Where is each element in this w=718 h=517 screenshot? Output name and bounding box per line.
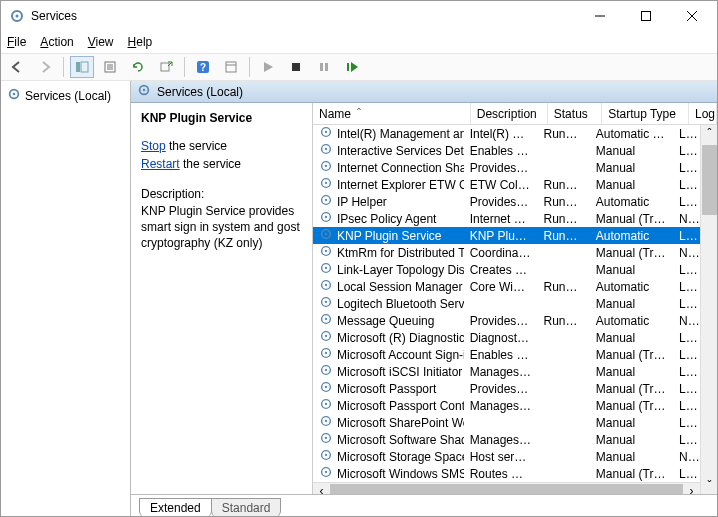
table-row[interactable]: Internet Connection Sharin...Provides ne… (313, 159, 700, 176)
scroll-right-icon[interactable]: › (683, 483, 700, 495)
table-row[interactable]: Microsoft iSCSI Initiator Ser...Manages … (313, 363, 700, 380)
table-row[interactable]: Internet Explorer ETW Colle...ETW Collec… (313, 176, 700, 193)
svg-point-1 (16, 15, 19, 18)
column-startup[interactable]: Startup Type (602, 103, 689, 124)
service-name: Microsoft (R) Diagnostics H... (337, 331, 464, 345)
gear-icon (319, 295, 333, 312)
service-description: Provides a ... (464, 314, 538, 328)
svg-point-63 (325, 420, 327, 422)
table-row[interactable]: Microsoft Passport ContainerManages lo..… (313, 397, 700, 414)
vertical-scrollbar[interactable]: ˆ ˇ (700, 125, 717, 494)
show-hide-tree-button[interactable] (70, 56, 94, 78)
gear-icon (319, 159, 333, 176)
service-status: Running (538, 229, 590, 243)
service-description: Manages In... (464, 365, 538, 379)
tab-standard[interactable]: Standard (211, 498, 282, 517)
svg-point-33 (325, 165, 327, 167)
table-row[interactable]: Microsoft SharePoint Works...ManualLoc (313, 414, 700, 431)
table-row[interactable]: Intel(R) Management and S...Intel(R) Ma.… (313, 125, 700, 142)
service-logon: Net (673, 450, 700, 464)
column-description[interactable]: Description (471, 103, 548, 124)
service-description: ETW Collect... (464, 178, 538, 192)
gear-icon (319, 278, 333, 295)
gear-icon (319, 227, 333, 244)
service-description: KNP Plugin ... (464, 229, 538, 243)
start-service-button[interactable] (256, 56, 280, 78)
maximize-button[interactable] (623, 1, 669, 31)
table-row[interactable]: IPsec Policy AgentInternet Pro...Running… (313, 210, 700, 227)
service-startup: Manual (Trig... (590, 467, 673, 481)
svg-point-59 (325, 386, 327, 388)
table-row[interactable]: Logitech Bluetooth ServiceManualLoc (313, 295, 700, 312)
table-row[interactable]: Microsoft PassportProvides pr...Manual (… (313, 380, 700, 397)
export-button[interactable] (154, 56, 178, 78)
pane-header-title: Services (Local) (157, 85, 243, 99)
service-description: Manages so... (464, 433, 538, 447)
column-logon[interactable]: Log (689, 103, 717, 124)
horizontal-scrollbar[interactable]: ‹ › (313, 482, 700, 494)
toolbar-props-icon[interactable] (219, 56, 243, 78)
scroll-up-icon[interactable]: ˆ (701, 125, 717, 142)
forward-button[interactable] (33, 56, 57, 78)
tree-node-services-local[interactable]: Services (Local) (5, 85, 126, 106)
gear-icon (319, 346, 333, 363)
close-button[interactable] (669, 1, 715, 31)
service-description: Core Windo... (464, 280, 538, 294)
table-row[interactable]: Link-Layer Topology Discov...Creates a N… (313, 261, 700, 278)
table-row[interactable]: Microsoft Windows SMS Ro...Routes mes...… (313, 465, 700, 482)
service-description: Host service... (464, 450, 538, 464)
menu-help[interactable]: Help (128, 35, 153, 49)
service-startup: Manual (590, 416, 673, 430)
back-button[interactable] (5, 56, 29, 78)
service-logon: Loc (673, 331, 700, 345)
menu-file[interactable]: File (7, 35, 26, 49)
scroll-down-icon[interactable]: ˇ (701, 477, 717, 494)
column-status[interactable]: Status (548, 103, 602, 124)
tab-bar: Extended Standard (131, 494, 717, 516)
menu-action[interactable]: Action (40, 35, 73, 49)
gear-icon (319, 244, 333, 261)
service-description: Manages lo... (464, 399, 538, 413)
service-logon: Loc (673, 144, 700, 158)
table-row[interactable]: Microsoft Account Sign-in ...Enables use… (313, 346, 700, 363)
table-row[interactable]: IP HelperProvides tu...RunningAutomaticL… (313, 193, 700, 210)
sort-asc-icon: ˆ (357, 107, 361, 121)
gear-icon (319, 312, 333, 329)
service-name: IP Helper (337, 195, 387, 209)
stop-service-button[interactable] (284, 56, 308, 78)
vertical-scroll-thumb[interactable] (702, 145, 717, 215)
restart-service-button[interactable] (340, 56, 364, 78)
tab-extended[interactable]: Extended (139, 498, 212, 517)
column-name[interactable]: Nameˆ (313, 103, 471, 124)
service-logon: Loc (673, 263, 700, 277)
svg-rect-21 (325, 63, 328, 71)
table-row[interactable]: KtmRm for Distributed Tran...Coordinates… (313, 244, 700, 261)
service-name: Internet Connection Sharin... (337, 161, 464, 175)
gear-icon (319, 397, 333, 414)
service-name: Intel(R) Management and S... (337, 127, 464, 141)
table-row[interactable]: Microsoft Storage Spaces S...Host servic… (313, 448, 700, 465)
table-row[interactable]: Microsoft Software Shadow...Manages so..… (313, 431, 700, 448)
service-logon: Loc (673, 127, 700, 141)
menu-view[interactable]: View (88, 35, 114, 49)
refresh-button[interactable] (126, 56, 150, 78)
table-row[interactable]: KNP Plugin ServiceKNP Plugin ...RunningA… (313, 227, 700, 244)
svg-marker-18 (264, 62, 273, 72)
scroll-left-icon[interactable]: ‹ (313, 483, 330, 495)
minimize-button[interactable] (577, 1, 623, 31)
pause-service-button[interactable] (312, 56, 336, 78)
svg-rect-19 (292, 63, 300, 71)
horizontal-scroll-thumb[interactable] (330, 484, 683, 495)
help-button[interactable]: ? (191, 56, 215, 78)
properties-button[interactable] (98, 56, 122, 78)
table-row[interactable]: Local Session ManagerCore Windo...Runnin… (313, 278, 700, 295)
service-startup: Automatic (590, 280, 673, 294)
table-row[interactable]: Message QueuingProvides a ...RunningAuto… (313, 312, 700, 329)
service-logon: Loc (673, 161, 700, 175)
stop-service-link[interactable]: Stop (141, 139, 166, 153)
gear-icon (319, 448, 333, 465)
restart-service-link[interactable]: Restart (141, 157, 180, 171)
table-row[interactable]: Microsoft (R) Diagnostics H...Diagnostic… (313, 329, 700, 346)
table-row[interactable]: Interactive Services DetectionEnables us… (313, 142, 700, 159)
service-startup: Manual (Trig... (590, 382, 673, 396)
